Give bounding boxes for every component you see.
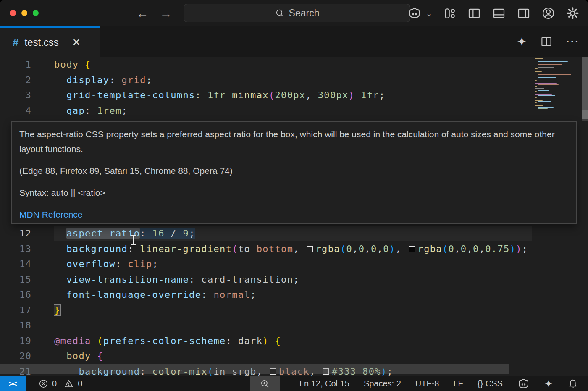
copilot-sparkle-icon[interactable]: ✦ — [544, 378, 553, 390]
toggle-primary-sidebar-icon[interactable] — [467, 7, 481, 20]
error-count: 0 — [52, 379, 57, 388]
copilot-icon[interactable] — [407, 7, 422, 20]
tab-bar: # test.css ✕ ✦ ··· — [0, 26, 588, 57]
code-line[interactable]: } — [54, 302, 60, 318]
close-window-button[interactable] — [10, 10, 16, 16]
line-number[interactable]: 1 — [0, 57, 32, 72]
maximize-window-button[interactable] — [33, 10, 39, 16]
line-number[interactable]: 3 — [0, 87, 32, 103]
code-line[interactable]: @media (prefers-color-scheme: dark) { — [54, 333, 281, 349]
vscode-window: ← → Search ⌄ # test.css ✕ ✦ ··· — [0, 0, 588, 391]
search-placeholder: Search — [289, 8, 320, 19]
problems-indicator[interactable]: 0 0 — [36, 378, 85, 389]
color-swatch[interactable] — [307, 246, 313, 252]
code-line[interactable]: view-transition-name: card-transition; — [54, 272, 299, 287]
line-number[interactable]: 17 — [0, 302, 32, 318]
code-line[interactable]: font-language-override: normal; — [54, 287, 257, 302]
code-line[interactable]: body { — [54, 348, 103, 364]
copilot-edits-sparkle-icon[interactable]: ✦ — [517, 35, 527, 49]
tab-label: test.css — [24, 37, 58, 48]
line-number[interactable]: 13 — [0, 241, 32, 257]
hover-tooltip: The aspect-ratio CSS property sets a pre… — [11, 121, 577, 224]
cursor-position[interactable]: Ln 12, Col 15 — [299, 379, 349, 388]
tab-close-icon[interactable]: ✕ — [72, 37, 81, 48]
code-line[interactable]: aspect-ratio: 16 / 9; — [54, 226, 195, 241]
navigate-back-button[interactable]: ← — [136, 6, 149, 21]
code-line[interactable]: background: linear-gradient(to bottom, r… — [54, 241, 528, 257]
braces-icon: {} — [478, 379, 483, 388]
notifications-bell-icon[interactable] — [567, 378, 579, 390]
remote-indicator[interactable]: >< — [0, 376, 26, 391]
vertical-scrollbar-thumb[interactable] — [582, 57, 588, 110]
error-icon — [38, 378, 49, 389]
copilot-status-icon[interactable] — [517, 378, 530, 390]
line-number[interactable]: 15 — [0, 272, 32, 287]
line-number[interactable]: 16 — [0, 287, 32, 302]
line-number[interactable]: 2 — [0, 72, 32, 88]
line-number[interactable]: 19 — [0, 333, 32, 349]
code-line[interactable]: gap: 1rem; — [54, 103, 128, 118]
encoding-indicator[interactable]: UTF-8 — [415, 379, 439, 388]
search-icon — [275, 8, 285, 18]
line-number[interactable]: 20 — [0, 348, 32, 364]
title-bar: ← → Search ⌄ — [0, 0, 588, 26]
eol-indicator[interactable]: LF — [454, 379, 463, 388]
tab-test-css[interactable]: # test.css ✕ — [0, 26, 100, 57]
minimize-window-button[interactable] — [21, 10, 27, 16]
css-file-icon: # — [13, 36, 18, 49]
line-number[interactable]: 18 — [0, 318, 32, 333]
line-number[interactable]: 14 — [0, 256, 32, 272]
indentation-indicator[interactable]: Spaces: 2 — [364, 379, 401, 388]
split-editor-icon[interactable] — [540, 35, 553, 48]
toggle-panel-icon[interactable] — [492, 7, 506, 20]
horizontal-scrollbar-thumb[interactable] — [0, 364, 509, 374]
line-number[interactable]: 12 — [0, 226, 32, 241]
command-center-search[interactable]: Search — [184, 4, 410, 22]
status-bar: >< 0 0 Ln 12, Col 15 Spaces: 2 UTF-8 LF … — [0, 376, 588, 391]
code-line[interactable]: body { — [54, 57, 91, 72]
minimap[interactable] — [534, 58, 579, 111]
code-line[interactable]: overflow: clip; — [54, 256, 158, 272]
code-line[interactable]: grid-template-columns: 1fr minmax(200px,… — [54, 87, 385, 103]
vertical-scrollbar[interactable] — [582, 57, 588, 121]
mdn-reference-link[interactable]: MDN Reference — [19, 210, 83, 219]
editor[interactable]: 123412131415161718192021 body { display:… — [0, 57, 588, 376]
more-actions-icon[interactable]: ··· — [566, 35, 580, 48]
zoom-indicator[interactable] — [250, 376, 280, 391]
tooltip-description: The aspect-ratio CSS property sets a pre… — [19, 127, 569, 156]
mouse-ibeam-cursor — [131, 235, 136, 246]
code-line[interactable]: display: grid; — [54, 72, 152, 88]
vertical-scrollbar-thumb-end[interactable] — [582, 110, 588, 119]
window-controls — [10, 10, 39, 16]
line-number[interactable]: 4 — [0, 103, 32, 118]
chevron-down-icon[interactable]: ⌄ — [425, 8, 433, 18]
settings-gear-icon[interactable] — [566, 6, 580, 20]
tooltip-browser-support: (Edge 88, Firefox 89, Safari 15, Chrome … — [19, 163, 569, 178]
warning-icon — [63, 378, 74, 389]
language-indicator[interactable]: {} CSS — [478, 379, 503, 388]
toggle-secondary-sidebar-icon[interactable] — [517, 7, 531, 20]
tooltip-syntax: Syntax: auto || <ratio> — [19, 185, 569, 200]
accounts-icon[interactable] — [541, 6, 555, 20]
warning-count: 0 — [78, 379, 82, 388]
customize-layout-icon[interactable] — [443, 7, 457, 20]
zoom-in-icon — [260, 378, 270, 389]
color-swatch[interactable] — [409, 246, 415, 252]
navigate-forward-button[interactable]: → — [160, 6, 172, 21]
